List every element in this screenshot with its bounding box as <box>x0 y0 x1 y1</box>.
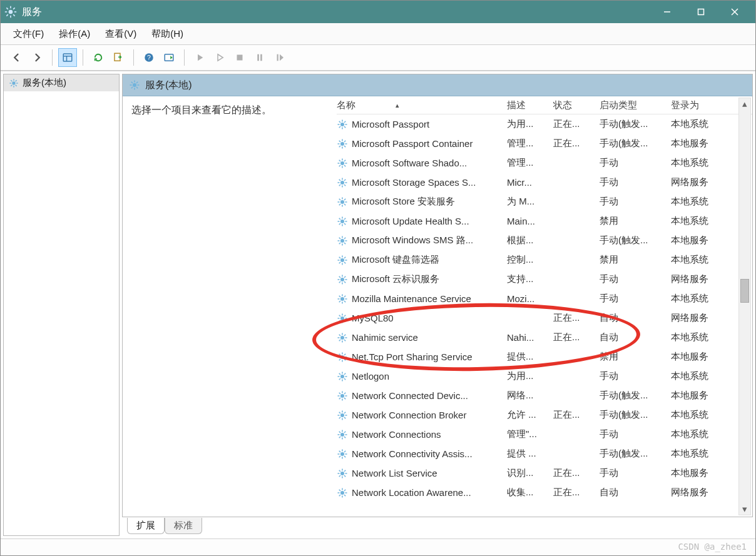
tab-standard[interactable]: 标准 <box>165 518 202 534</box>
scroll-track[interactable] <box>739 109 750 503</box>
service-row[interactable]: Microsoft Passport Container管理...正在...手动… <box>337 134 752 153</box>
pause-service-button[interactable] <box>250 48 269 67</box>
service-row[interactable]: Microsoft 云标识服务支持...手动网络服务 <box>337 270 752 289</box>
minimize-button[interactable] <box>650 1 684 23</box>
back-button[interactable] <box>8 48 26 67</box>
svg-line-57 <box>344 146 345 147</box>
col-logon[interactable]: 登录为 <box>671 97 730 114</box>
help-button[interactable]: ? <box>140 48 158 67</box>
gear-icon <box>337 410 348 421</box>
service-desc: 管理"... <box>507 428 553 440</box>
svg-point-87 <box>340 220 344 223</box>
svg-line-76 <box>339 184 340 186</box>
view-tabs: 扩展 标准 <box>122 518 753 536</box>
service-row[interactable]: Netlogon为用...手动本地系统 <box>337 366 752 386</box>
restart-service-button[interactable] <box>270 48 289 67</box>
service-type: 手动 <box>600 176 671 188</box>
svg-line-193 <box>339 437 340 438</box>
svg-point-195 <box>340 452 344 456</box>
gear-icon <box>337 487 348 498</box>
svg-text:?: ? <box>147 54 151 61</box>
close-button[interactable] <box>718 1 752 23</box>
service-row[interactable]: Microsoft Store 安装服务为 M...手动本地系统 <box>337 192 752 211</box>
service-desc: 网络... <box>507 390 553 402</box>
svg-point-177 <box>340 413 344 417</box>
export-list-button[interactable] <box>109 48 128 67</box>
service-row[interactable]: Microsoft Storage Spaces S...Micr...手动网络… <box>337 173 752 192</box>
forward-button[interactable] <box>28 48 46 67</box>
svg-line-93 <box>344 223 345 225</box>
svg-line-175 <box>339 398 340 399</box>
svg-rect-13 <box>63 54 72 61</box>
svg-line-139 <box>339 320 340 321</box>
svg-line-183 <box>344 417 345 418</box>
menu-file[interactable]: 文件(F) <box>6 26 51 42</box>
svg-rect-22 <box>260 54 262 61</box>
scroll-up-button[interactable]: ▴ <box>739 98 750 109</box>
svg-line-58 <box>339 146 340 147</box>
service-name: Microsoft Passport Container <box>352 138 472 149</box>
menu-view[interactable]: 查看(V) <box>98 26 144 42</box>
svg-line-67 <box>339 165 340 166</box>
tab-extended[interactable]: 扩展 <box>127 518 165 534</box>
service-row[interactable]: Nahimic serviceNahi...正在...自动本地系统 <box>337 328 752 347</box>
svg-line-113 <box>344 256 345 258</box>
svg-point-96 <box>340 239 344 243</box>
refresh-button[interactable] <box>89 48 108 67</box>
service-type: 手动 <box>600 467 671 479</box>
menu-help[interactable]: 帮助(H) <box>144 26 191 42</box>
service-row[interactable]: Microsoft Software Shado...管理...手动本地系统 <box>337 153 752 173</box>
maximize-button[interactable] <box>684 1 718 23</box>
show-hidden-button[interactable] <box>160 48 178 67</box>
service-row[interactable]: Microsoft Update Health S...Main...禁用本地系… <box>337 211 752 231</box>
service-row[interactable]: Mozilla Maintenance ServiceMozi...手动本地系统 <box>337 289 752 308</box>
svg-line-31 <box>11 84 12 86</box>
svg-line-68 <box>344 159 345 161</box>
svg-line-191 <box>339 431 340 432</box>
service-row[interactable]: Microsoft 键盘筛选器控制...禁用本地系统 <box>337 250 752 270</box>
service-row[interactable]: Network Connected Devic...网络...手动(触发...本… <box>337 386 752 405</box>
start-service-button[interactable] <box>190 48 209 67</box>
tree-pane[interactable]: 服务(本地) <box>3 74 120 536</box>
svg-point-0 <box>9 10 13 14</box>
service-row[interactable]: Network List Service识别...正在...手动本地服务 <box>337 463 752 483</box>
service-row[interactable]: Network Location Awarene...收集...正在...自动网… <box>337 483 752 502</box>
scroll-down-button[interactable]: ▾ <box>739 503 750 515</box>
tree-item-services-local[interactable]: 服务(本地) <box>4 74 119 91</box>
start-service-alt-button[interactable] <box>210 48 229 67</box>
svg-line-121 <box>339 281 340 283</box>
toggle-detail-pane-button[interactable] <box>58 48 77 67</box>
svg-line-120 <box>344 281 345 283</box>
service-row[interactable]: Network Connections管理"...手动本地系统 <box>337 425 752 444</box>
service-row[interactable]: MySQL80正在...自动网络服务 <box>337 308 752 328</box>
scroll-thumb[interactable] <box>740 279 749 303</box>
service-logon: 本地系统 <box>671 448 730 460</box>
svg-line-173 <box>339 392 340 393</box>
service-row[interactable]: Net.Tcp Port Sharing Service提供...禁用本地服务 <box>337 347 752 366</box>
col-desc[interactable]: 描述 <box>507 97 553 114</box>
col-type[interactable]: 启动类型 <box>600 97 671 114</box>
services-list[interactable]: 名称▴ 描述 状态 启动类型 登录为 Microsoft Passport为用.… <box>337 96 752 517</box>
stop-service-button[interactable] <box>230 48 249 67</box>
svg-line-32 <box>16 80 17 81</box>
service-row[interactable]: Microsoft Windows SMS 路...根据...手动(触发...本… <box>337 231 752 250</box>
col-name[interactable]: 名称▴ <box>337 97 507 114</box>
service-logon: 本地系统 <box>671 118 730 130</box>
service-row[interactable]: Network Connectivity Assis...提供 ...手动(触发… <box>337 444 752 463</box>
vertical-scrollbar[interactable]: ▴ ▾ <box>738 98 751 515</box>
gear-icon <box>337 119 348 130</box>
service-name: Network Connections <box>352 429 441 440</box>
menu-action[interactable]: 操作(A) <box>51 26 98 42</box>
service-logon: 本地系统 <box>671 157 730 169</box>
col-status[interactable]: 状态 <box>553 97 600 114</box>
service-name: Net.Tcp Port Sharing Service <box>352 351 472 362</box>
service-name: Nahimic service <box>352 332 418 343</box>
svg-point-168 <box>340 394 344 398</box>
svg-line-65 <box>339 159 340 161</box>
service-type: 手动 <box>600 293 671 305</box>
service-row[interactable]: Network Connection Broker允许 ...正在...手动(触… <box>337 405 752 425</box>
svg-line-119 <box>339 276 340 277</box>
svg-point-213 <box>340 491 344 495</box>
right-header-label: 服务(本地) <box>145 79 192 92</box>
service-row[interactable]: Microsoft Passport为用...正在...手动(触发...本地系统 <box>337 114 752 134</box>
